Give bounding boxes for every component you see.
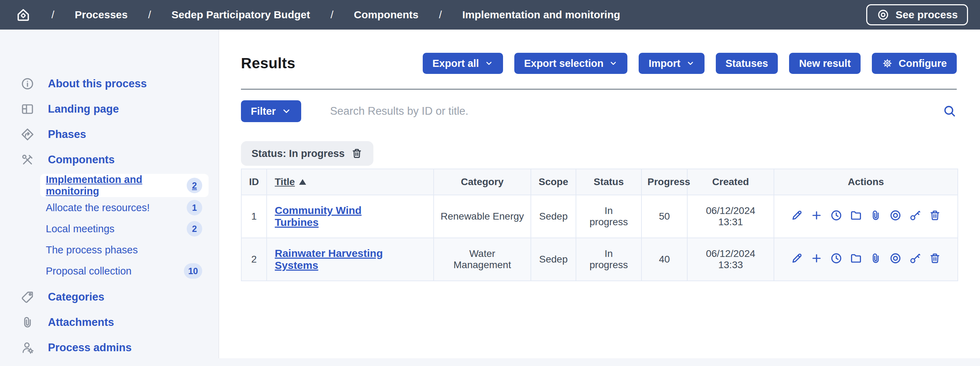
folder-icon — [850, 209, 862, 222]
cell-actions — [774, 195, 958, 238]
permissions-action-button[interactable] — [909, 209, 921, 222]
topbar: / Processes / Sedep Participatory Budget… — [0, 0, 980, 30]
breadcrumb-components[interactable]: Components — [354, 9, 418, 21]
chevron-down-icon — [686, 59, 695, 68]
result-title-link[interactable]: Community Wind Turbines — [275, 204, 402, 228]
gear-icon — [882, 58, 893, 69]
history-action-button[interactable] — [830, 209, 843, 222]
edit-icon — [791, 209, 803, 222]
edit-action-button[interactable] — [791, 252, 803, 265]
export-all-label: Export all — [433, 58, 479, 69]
trash-icon — [929, 252, 941, 265]
column-actions: Actions — [774, 169, 958, 195]
export-all-button[interactable]: Export all — [423, 53, 503, 74]
see-process-label: See process — [896, 9, 958, 21]
cell-scope: Sedep — [531, 195, 576, 238]
remove-filter-button[interactable] — [351, 147, 363, 159]
export-selection-button[interactable]: Export selection — [514, 53, 628, 74]
sidebar-item-attachments[interactable]: Attachments — [0, 310, 218, 335]
results-header: Results Export all Export selection Impo… — [241, 53, 957, 74]
delete-action-button[interactable] — [929, 209, 941, 222]
preview-eye-icon — [889, 209, 902, 222]
statuses-button[interactable]: Statuses — [716, 53, 778, 74]
sort-asc-icon — [299, 179, 306, 185]
result-title-link[interactable]: Rainwater Harvesting Systems — [275, 247, 402, 271]
edit-action-button[interactable] — [791, 209, 803, 222]
configure-button[interactable]: Configure — [872, 53, 957, 74]
sidebar-subitem-local-meetings[interactable]: Local meetings 2 — [40, 218, 208, 239]
cell-category: Renewable Energy — [434, 195, 531, 238]
subitem-label: Local meetings — [46, 223, 115, 235]
sidebar-item-process-admins[interactable]: Process admins — [0, 335, 218, 360]
history-action-button[interactable] — [830, 252, 843, 265]
sidebar-subitem-process-phases[interactable]: The process phases — [40, 239, 208, 260]
key-icon — [909, 252, 921, 265]
clock-icon — [830, 209, 843, 222]
table-row: 2 Rainwater Harvesting Systems Water Man… — [241, 238, 958, 281]
sidebar-item-label: Categories — [48, 291, 104, 303]
import-label: Import — [649, 58, 680, 69]
add-action-button[interactable] — [810, 252, 823, 265]
phases-icon — [21, 127, 35, 141]
cell-scope: Sedep — [531, 238, 576, 281]
search-button[interactable] — [943, 104, 957, 118]
shell: About this process Landing page Phases C… — [0, 30, 980, 358]
preview-action-button[interactable] — [889, 252, 902, 265]
attachments-action-button[interactable] — [869, 209, 882, 222]
sidebar-subitem-allocate-resources[interactable]: Allocate the resources! 1 — [40, 197, 208, 218]
preview-action-button[interactable] — [889, 209, 902, 222]
add-action-button[interactable] — [810, 209, 823, 222]
paperclip-icon — [869, 252, 882, 265]
folder-action-button[interactable] — [850, 252, 862, 265]
breadcrumb-separator: / — [148, 9, 151, 21]
edit-icon — [791, 252, 803, 265]
sidebar-item-components[interactable]: Components — [0, 147, 218, 173]
trash-icon — [929, 209, 941, 222]
home-breadcrumb-link[interactable] — [16, 7, 31, 22]
see-process-button[interactable]: See process — [866, 4, 968, 25]
breadcrumb-processes[interactable]: Processes — [75, 9, 127, 21]
breadcrumb-separator: / — [51, 9, 54, 21]
import-button[interactable]: Import — [639, 53, 704, 74]
cell-status: In progress — [576, 195, 641, 238]
column-title-label: Title — [275, 176, 295, 188]
sidebar-subitem-proposal-collection[interactable]: Proposal collection 10 — [40, 260, 208, 282]
delete-action-button[interactable] — [929, 252, 941, 265]
sidebar-item-phases[interactable]: Phases — [0, 122, 218, 147]
footer-band — [0, 358, 980, 366]
results-table: ID Title Category Scope Status Progress … — [241, 169, 958, 281]
cell-created: 06/12/2024 13:31 — [687, 195, 774, 238]
sidebar-item-about[interactable]: About this process — [0, 71, 218, 97]
eye-icon — [877, 8, 890, 21]
sidebar-item-label: Phases — [48, 128, 86, 141]
breadcrumb-separator: / — [331, 9, 333, 21]
permissions-action-button[interactable] — [909, 252, 921, 265]
search-icon — [943, 104, 957, 118]
cell-progress: 50 — [641, 195, 687, 238]
folder-action-button[interactable] — [850, 209, 862, 222]
cell-id: 1 — [241, 195, 267, 238]
column-title[interactable]: Title — [267, 169, 434, 195]
attachments-action-button[interactable] — [869, 252, 882, 265]
table-row: 1 Community Wind Turbines Renewable Ener… — [241, 195, 958, 238]
breadcrumb-process-name[interactable]: Sedep Participatory Budget — [172, 9, 310, 21]
home-icon — [16, 7, 31, 22]
tools-icon — [21, 153, 35, 167]
search-input[interactable] — [330, 105, 935, 117]
sidebar: About this process Landing page Phases C… — [0, 30, 219, 358]
active-filters-row: Status: In progress — [241, 141, 957, 166]
plus-icon — [810, 209, 823, 222]
sidebar-item-categories[interactable]: Categories — [0, 284, 218, 310]
user-gear-icon — [21, 341, 35, 355]
sidebar-item-label: Process admins — [48, 341, 132, 354]
new-result-button[interactable]: New result — [789, 53, 861, 74]
sidebar-subitem-implementation-monitoring[interactable]: Implementation and monitoring 2 — [40, 174, 208, 197]
subitem-label: Allocate the resources! — [46, 202, 150, 214]
filter-button[interactable]: Filter — [241, 100, 301, 122]
cell-id: 2 — [241, 238, 267, 281]
page-title: Results — [241, 55, 296, 72]
cell-category: Water Management — [434, 238, 531, 281]
breadcrumb-current-component[interactable]: Implementation and monitoring — [462, 9, 620, 21]
sidebar-item-landing-page[interactable]: Landing page — [0, 97, 218, 122]
main-content: Results Export all Export selection Impo… — [219, 30, 980, 358]
